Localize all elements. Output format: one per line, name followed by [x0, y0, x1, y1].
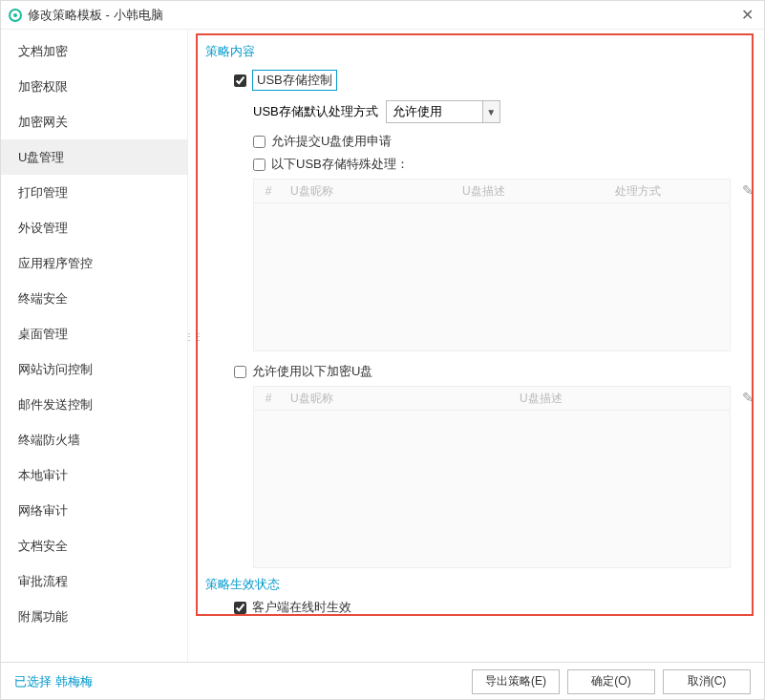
default-mode-label: USB存储默认处理方式	[253, 103, 378, 120]
col-mode: 处理方式	[607, 183, 703, 200]
special-row: 以下USB存储特殊处理：	[253, 156, 751, 173]
sidebar-item-1[interactable]: 加密权限	[1, 69, 187, 104]
app-logo-icon	[9, 9, 22, 22]
selected-prefix: 已选择	[14, 674, 55, 689]
special-label: 以下USB存储特殊处理：	[271, 156, 409, 173]
allow-apply-checkbox[interactable]	[253, 136, 266, 148]
sidebar-item-16[interactable]: 附属功能	[1, 599, 187, 634]
online-checkbox[interactable]	[234, 602, 246, 614]
sidebar-item-13[interactable]: 网络审计	[1, 493, 187, 528]
sidebar-item-4[interactable]: 打印管理	[1, 175, 187, 210]
special-checkbox[interactable]	[253, 159, 266, 171]
content-panel: 策略内容 USB存储控制 USB存储默认处理方式 允许使用 ▼ 允许提交U盘使用…	[188, 30, 764, 662]
online-row: 客户端在线时生效	[234, 599, 751, 616]
sidebar-item-15[interactable]: 审批流程	[1, 563, 187, 599]
sidebar: 文档加密加密权限加密网关U盘管理打印管理外设管理应用程序管控终端安全桌面管理网站…	[1, 30, 188, 662]
allow-encrypted-row: 允许使用以下加密U盘	[234, 363, 751, 380]
close-button[interactable]: ✕	[737, 6, 756, 24]
sidebar-item-12[interactable]: 本地审计	[1, 457, 187, 493]
default-mode-value: 允许使用	[387, 101, 482, 122]
usb-control-checkbox[interactable]	[234, 74, 246, 87]
selected-info: 已选择 韩梅梅	[14, 673, 93, 690]
sidebar-item-9[interactable]: 网站访问控制	[1, 351, 187, 387]
sidebar-item-0[interactable]: 文档加密	[1, 33, 187, 69]
section-effective-title: 策略生效状态	[205, 576, 751, 593]
col-name: U盘昵称	[283, 391, 512, 407]
default-mode-row: USB存储默认处理方式 允许使用 ▼	[253, 100, 751, 123]
table-header: # U盘昵称 U盘描述	[253, 386, 731, 411]
col-desc: U盘描述	[455, 183, 607, 200]
sidebar-item-6[interactable]: 应用程序管控	[1, 245, 187, 281]
sidebar-item-8[interactable]: 桌面管理	[1, 316, 187, 351]
special-table: ✎ # U盘昵称 U盘描述 处理方式	[253, 179, 731, 351]
col-num: #	[254, 392, 283, 405]
sidebar-item-14[interactable]: 文档安全	[1, 528, 187, 563]
sidebar-item-10[interactable]: 邮件发送控制	[1, 387, 187, 422]
col-num: #	[254, 184, 283, 198]
chevron-down-icon[interactable]: ▼	[482, 101, 499, 122]
edit-icon[interactable]: ✎	[742, 182, 754, 198]
window-title: 修改策略模板 - 小韩电脑	[28, 7, 163, 24]
allow-apply-row: 允许提交U盘使用申请	[253, 133, 751, 150]
table-body	[253, 203, 731, 351]
usb-control-row: USB存储控制	[234, 70, 751, 91]
selected-name: 韩梅梅	[55, 674, 93, 689]
table-body	[253, 411, 731, 568]
footer: 已选择 韩梅梅 导出策略(E) 确定(O) 取消(C)	[1, 662, 764, 700]
default-mode-select[interactable]: 允许使用 ▼	[386, 100, 500, 123]
usb-control-label: USB存储控制	[252, 70, 337, 91]
allow-encrypted-label: 允许使用以下加密U盘	[252, 363, 372, 380]
allow-encrypted-checkbox[interactable]	[234, 366, 246, 378]
encrypted-table: ✎ # U盘昵称 U盘描述	[253, 386, 731, 568]
allow-apply-label: 允许提交U盘使用申请	[271, 133, 392, 150]
online-label: 客户端在线时生效	[252, 599, 351, 616]
cancel-button[interactable]: 取消(C)	[663, 669, 751, 694]
ok-button[interactable]: 确定(O)	[567, 669, 655, 694]
export-button[interactable]: 导出策略(E)	[472, 669, 560, 694]
sidebar-item-2[interactable]: 加密网关	[1, 104, 187, 139]
titlebar: 修改策略模板 - 小韩电脑 ✕	[1, 1, 764, 30]
section-policy-content-title: 策略内容	[205, 43, 751, 60]
sidebar-item-5[interactable]: 外设管理	[1, 210, 187, 245]
col-name: U盘昵称	[283, 183, 455, 200]
sidebar-item-7[interactable]: 终端安全	[1, 281, 187, 316]
table-header: # U盘昵称 U盘描述 处理方式	[253, 179, 731, 203]
edit-icon[interactable]: ✎	[742, 390, 754, 405]
sidebar-item-3[interactable]: U盘管理	[1, 139, 187, 175]
col-desc: U盘描述	[512, 391, 570, 407]
sidebar-item-11[interactable]: 终端防火墙	[1, 422, 187, 457]
